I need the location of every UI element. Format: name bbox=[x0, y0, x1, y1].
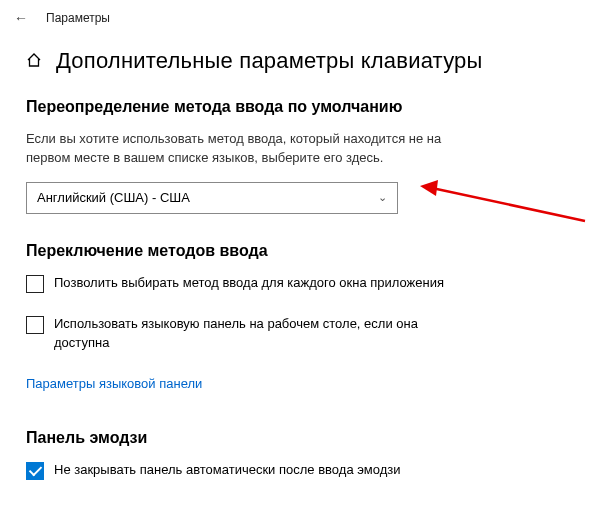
checkbox-row-emoji-autoclose: Не закрывать панель автоматически после … bbox=[26, 461, 446, 480]
back-icon[interactable]: ← bbox=[14, 10, 28, 26]
titlebar-text: Параметры bbox=[46, 11, 110, 25]
section-title-emoji: Панель эмодзи bbox=[26, 429, 584, 447]
page-title: Дополнительные параметры клавиатуры bbox=[56, 48, 483, 74]
checkbox-language-bar[interactable] bbox=[26, 316, 44, 334]
section-emoji: Панель эмодзи Не закрывать панель автома… bbox=[26, 429, 584, 480]
chevron-down-icon: ⌄ bbox=[378, 191, 387, 204]
section-default-method: Переопределение метода ввода по умолчани… bbox=[26, 98, 584, 214]
language-bar-settings-link[interactable]: Параметры языковой панели bbox=[26, 376, 202, 391]
dropdown-value: Английский (США) - США bbox=[37, 190, 190, 205]
section-switching: Переключение методов ввода Позволить выб… bbox=[26, 242, 584, 420]
checkbox-row-language-bar: Использовать языковую панель на рабочем … bbox=[26, 315, 446, 353]
checkbox-label-per-window: Позволить выбирать метод ввода для каждо… bbox=[54, 274, 444, 293]
checkbox-per-window[interactable] bbox=[26, 275, 44, 293]
section-title-switching: Переключение методов ввода bbox=[26, 242, 584, 260]
checkbox-emoji-autoclose[interactable] bbox=[26, 462, 44, 480]
header-row: Дополнительные параметры клавиатуры bbox=[26, 48, 584, 74]
section-description-default: Если вы хотите использовать метод ввода,… bbox=[26, 130, 446, 168]
checkbox-label-emoji-autoclose: Не закрывать панель автоматически после … bbox=[54, 461, 401, 480]
titlebar: ← Параметры bbox=[0, 0, 610, 32]
section-title-default: Переопределение метода ввода по умолчани… bbox=[26, 98, 584, 116]
checkbox-row-per-window: Позволить выбирать метод ввода для каждо… bbox=[26, 274, 446, 293]
home-icon[interactable] bbox=[26, 52, 42, 72]
content-area: Дополнительные параметры клавиатуры Пере… bbox=[0, 32, 610, 480]
checkbox-label-language-bar: Использовать языковую панель на рабочем … bbox=[54, 315, 446, 353]
input-method-dropdown[interactable]: Английский (США) - США ⌄ bbox=[26, 182, 398, 214]
